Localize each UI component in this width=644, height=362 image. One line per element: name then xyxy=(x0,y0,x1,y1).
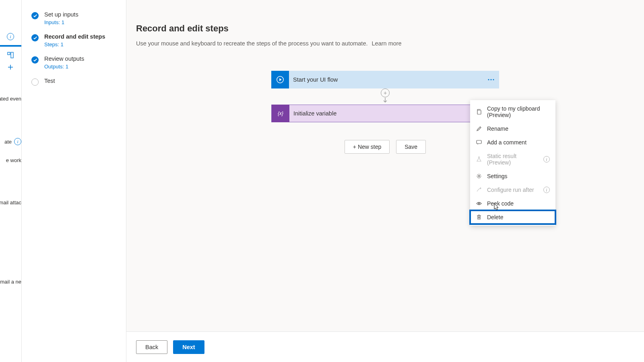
trash-icon xyxy=(476,214,482,220)
canvas-save-button[interactable]: Save xyxy=(396,140,426,154)
main-panel: Record and edit steps Use your mouse and… xyxy=(126,0,644,362)
wizard-step-title: Test xyxy=(44,78,55,84)
menu-add-comment[interactable]: Add a comment xyxy=(470,136,555,149)
svg-rect-2 xyxy=(8,52,10,55)
menu-delete[interactable]: Delete xyxy=(470,210,555,224)
page-description: Use your mouse and keyboard to recreate … xyxy=(136,40,634,47)
left-rail-text-2: atei xyxy=(0,136,21,148)
menu-static-result: Static result (Preview) i xyxy=(470,149,555,169)
eye-icon xyxy=(476,200,482,207)
svg-point-5 xyxy=(488,79,489,80)
svg-point-14 xyxy=(478,175,480,177)
new-step-button[interactable]: + New step xyxy=(345,140,390,154)
info-icon: i xyxy=(7,33,14,40)
variable-icon: {x} xyxy=(272,105,289,122)
menu-label: Peek code xyxy=(487,200,550,207)
pencil-icon xyxy=(476,125,482,132)
check-icon xyxy=(31,12,39,19)
flow-step-title: Start your UI flow xyxy=(289,76,483,83)
menu-label: Add a comment xyxy=(487,139,550,146)
wizard-step-sub: Steps: 1 xyxy=(44,41,105,47)
check-icon xyxy=(31,34,39,41)
ui-flow-icon xyxy=(271,71,289,88)
step-context-menu: Copy to my clipboard (Preview) Rename Ad… xyxy=(470,100,555,226)
info-icon: i xyxy=(543,187,550,193)
comment-icon xyxy=(476,139,482,146)
menu-copy-clipboard[interactable]: Copy to my clipboard (Preview) xyxy=(470,102,555,122)
menu-label: Configure run after xyxy=(487,187,539,193)
flask-icon xyxy=(476,156,482,162)
step-menu-button[interactable] xyxy=(483,72,499,88)
canvas-action-row: + New step Save xyxy=(345,140,426,154)
back-button[interactable]: Back xyxy=(136,340,167,354)
page-title: Record and edit steps xyxy=(136,23,634,34)
copy-icon xyxy=(476,109,482,115)
menu-label: Static result (Preview) xyxy=(487,153,539,166)
flow-step-start[interactable]: Start your UI flow xyxy=(271,71,499,88)
branch-icon xyxy=(476,187,482,193)
learn-more-link[interactable]: Learn more xyxy=(372,40,402,47)
flow-connector: + xyxy=(381,88,390,105)
add-step-inline-button[interactable]: + xyxy=(381,88,390,97)
gear-icon xyxy=(476,173,482,179)
pending-icon xyxy=(31,78,39,86)
next-button[interactable]: Next xyxy=(173,340,204,354)
left-rail-icon-3[interactable] xyxy=(0,61,21,73)
left-rail-icon-2[interactable] xyxy=(0,49,21,61)
left-rail-icon-1[interactable]: i xyxy=(0,31,21,43)
menu-label: Rename xyxy=(487,125,550,132)
left-rail-text-3: e work xyxy=(0,155,21,166)
left-rail-active-indicator xyxy=(0,45,21,47)
menu-label: Settings xyxy=(487,173,550,179)
flow-step-title: Initialize variable xyxy=(289,110,482,117)
wizard-step-record[interactable]: Record and edit steps Steps: 1 xyxy=(31,29,126,51)
wizard-step-title: Review outputs xyxy=(44,56,84,62)
svg-point-6 xyxy=(490,79,491,80)
menu-configure-run-after: Configure run after i xyxy=(470,183,555,197)
flow-canvas: Start your UI flow + {x} Initialize vari… xyxy=(136,71,634,154)
svg-point-15 xyxy=(479,203,480,204)
wizard-step-sub: Outputs: 1 xyxy=(44,64,84,70)
svg-text:{x}: {x} xyxy=(278,111,283,116)
menu-peek-code[interactable]: Peek code xyxy=(470,197,555,210)
left-rail-text-4: mail attac xyxy=(0,197,21,208)
wizard-sidebar: Set up inputs Inputs: 1 Record and edit … xyxy=(22,0,126,362)
check-icon xyxy=(31,56,39,64)
info-icon: i xyxy=(14,138,21,145)
arrow-down-icon xyxy=(382,97,388,105)
svg-rect-3 xyxy=(11,52,13,58)
wizard-step-inputs[interactable]: Set up inputs Inputs: 1 xyxy=(31,7,126,29)
left-rail-title: ake a flo xyxy=(0,6,21,14)
wizard-footer: Back Next xyxy=(126,331,644,362)
menu-label: Delete xyxy=(487,214,550,220)
wizard-step-title: Record and edit steps xyxy=(44,33,105,40)
flow-step-initialize-variable[interactable]: {x} Initialize variable xyxy=(271,105,499,122)
left-rail-text-5: email a ne xyxy=(0,276,21,287)
svg-rect-12 xyxy=(477,110,481,114)
left-rail: ake a flo i nated even atei e work mail … xyxy=(0,0,22,362)
svg-rect-13 xyxy=(477,140,481,144)
layout-icon xyxy=(7,51,14,59)
menu-settings[interactable]: Settings xyxy=(470,169,555,183)
plus-icon xyxy=(7,64,14,71)
menu-rename[interactable]: Rename xyxy=(470,122,555,136)
svg-point-7 xyxy=(493,79,494,80)
left-rail-text-1: nated even xyxy=(0,93,21,104)
menu-label: Copy to my clipboard (Preview) xyxy=(487,105,550,118)
wizard-step-sub: Inputs: 1 xyxy=(44,19,78,25)
wizard-step-outputs[interactable]: Review outputs Outputs: 1 xyxy=(31,51,126,74)
info-icon: i xyxy=(543,156,550,162)
wizard-step-title: Set up inputs xyxy=(44,11,78,18)
wizard-step-test[interactable]: Test xyxy=(31,74,126,90)
